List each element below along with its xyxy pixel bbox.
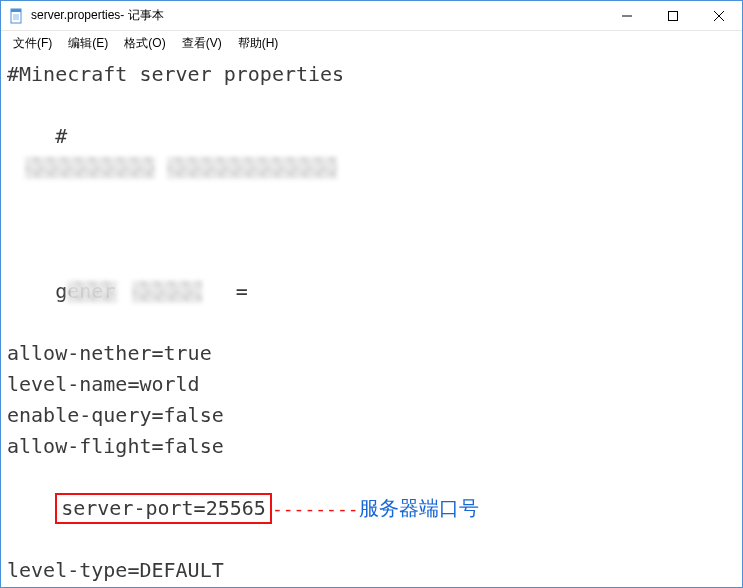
file-line: level-name=world — [7, 369, 736, 400]
window-controls — [604, 1, 742, 30]
redacted-region — [167, 157, 337, 179]
file-line: enable-query=false — [7, 400, 736, 431]
menu-edit[interactable]: 编辑(E) — [60, 33, 116, 54]
line-fragment: server-port=25565 — [61, 496, 266, 520]
menu-format[interactable]: 格式(O) — [116, 33, 173, 54]
annotation-port-label: 服务器端口号 — [359, 496, 479, 520]
line-fragment: = — [236, 279, 248, 303]
line-fragment: # — [55, 124, 67, 148]
menu-view[interactable]: 查看(V) — [174, 33, 230, 54]
file-line: #Minecraft server properties — [7, 59, 736, 90]
file-line: # — [7, 90, 736, 245]
file-line: server-port=25565--------服务器端口号 — [7, 462, 736, 555]
minimize-button[interactable] — [604, 1, 650, 30]
redacted-region — [132, 281, 202, 303]
file-line: level-type=DEFAULT — [7, 555, 736, 586]
maximize-button[interactable] — [650, 1, 696, 30]
file-line: allow-flight=false — [7, 431, 736, 462]
menubar: 文件(F) 编辑(E) 格式(O) 查看(V) 帮助(H) — [1, 31, 742, 55]
file-line: generxxxxxxxxxx= — [7, 245, 736, 338]
notepad-icon — [9, 8, 25, 24]
text-editor-area[interactable]: #Minecraft server properties # generxxxx… — [1, 55, 742, 588]
redacted-region — [67, 281, 117, 303]
menu-file[interactable]: 文件(F) — [5, 33, 60, 54]
annotation-dashes: -------- — [272, 498, 359, 519]
highlight-box-port: server-port=25565 — [55, 493, 272, 524]
file-line: allow-nether=true — [7, 338, 736, 369]
svg-rect-6 — [669, 11, 678, 20]
menu-help[interactable]: 帮助(H) — [230, 33, 287, 54]
svg-rect-1 — [11, 9, 21, 12]
redacted-region — [25, 157, 155, 179]
window-title: server.properties- 记事本 — [31, 7, 604, 24]
close-button[interactable] — [696, 1, 742, 30]
window-titlebar: server.properties- 记事本 — [1, 1, 742, 31]
